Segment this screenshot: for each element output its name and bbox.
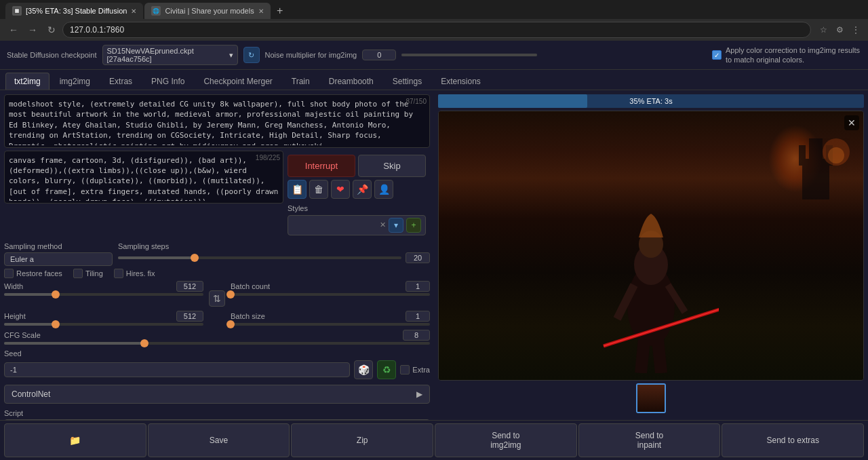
extra-seed-checkbox[interactable]: Extra xyxy=(400,365,430,375)
styles-close-icon[interactable]: ✕ xyxy=(380,221,386,229)
tab-settings[interactable]: Settings xyxy=(384,73,431,90)
sampling-method-select[interactable]: Euler a xyxy=(4,252,113,266)
address-text: 127.0.0.1:7860 xyxy=(70,25,124,35)
noise-label: Noise multiplier for img2img xyxy=(265,51,357,59)
send-to-inpaint-button[interactable]: Send to inpaint xyxy=(578,423,721,457)
tab-stable-diffusion[interactable]: 🔲 [35% ETA: 3s] Stable Diffusion ✕ xyxy=(5,3,143,19)
sampling-method-label: Sampling method xyxy=(4,242,113,250)
send-to-extras-button[interactable]: Send to extras xyxy=(722,423,864,457)
bookmark-button[interactable]: ☆ xyxy=(816,23,830,37)
style-icon-bookmark[interactable]: 📌 xyxy=(353,180,372,199)
width-value[interactable]: 512 xyxy=(176,281,203,292)
left-panel: document.querySelector('[data-name="posi… xyxy=(0,90,434,420)
styles-add-button[interactable]: + xyxy=(406,218,421,233)
browser-tabs: 🔲 [35% ETA: 3s] Stable Diffusion ✕ 🌐 Civ… xyxy=(0,0,868,19)
style-icons-row: 📋 🗑 ❤ 📌 👤 xyxy=(288,180,426,199)
styles-apply-button[interactable]: ▾ xyxy=(389,218,403,233)
negative-prompt-input[interactable] xyxy=(5,151,283,202)
close-image-button[interactable]: ✕ xyxy=(844,115,859,130)
seed-recycle-button[interactable]: ♻ xyxy=(377,360,396,379)
thumbnail-1[interactable] xyxy=(636,383,666,413)
batch-size-value[interactable]: 1 xyxy=(406,311,430,322)
reload-button[interactable]: ↻ xyxy=(43,22,60,38)
seed-dice-button[interactable]: 🎲 xyxy=(354,360,373,379)
checkpoint-select[interactable]: SD15NewVAEpruned.ckpt [27a4ac756c] ▾ xyxy=(102,45,238,65)
cfg-scale-slider[interactable] xyxy=(4,342,430,345)
style-icon-paste[interactable]: 📋 xyxy=(288,180,307,199)
progress-bar-area: 35% ETA: 3s xyxy=(438,94,864,108)
hires-fix-checkbox[interactable]: Hires. fix xyxy=(114,269,155,278)
seed-input[interactable] xyxy=(4,362,350,377)
seed-label: Seed xyxy=(4,349,22,358)
new-tab-button[interactable]: + xyxy=(272,3,288,19)
negative-prompt-container-wrap: 198/225 xyxy=(4,151,283,239)
cfg-fill xyxy=(4,342,144,345)
style-icon-user[interactable]: 👤 xyxy=(374,180,393,199)
batch-count-thumb xyxy=(226,290,235,299)
width-slider[interactable] xyxy=(4,293,203,296)
send-to-img2img-button[interactable]: Send to img2img xyxy=(435,423,577,457)
height-group: Height 512 xyxy=(4,311,203,326)
style-icon-trash[interactable]: 🗑 xyxy=(309,180,328,199)
top-bar: Stable Diffusion checkpoint SD15NewVAEpr… xyxy=(0,41,868,70)
tab-extras[interactable]: Extras xyxy=(100,73,141,90)
height-value[interactable]: 512 xyxy=(176,311,203,322)
sampling-steps-label: Sampling steps xyxy=(118,242,430,250)
skip-button[interactable]: Skip xyxy=(358,155,426,177)
tiling-checkbox[interactable]: Tiling xyxy=(73,269,103,278)
image-display: ✕ xyxy=(438,111,864,381)
batch-count-slider[interactable] xyxy=(231,293,430,296)
tab-close-1[interactable]: ✕ xyxy=(131,7,136,15)
prompt-actions-row: 198/225 Interrupt Skip 📋 🗑 xyxy=(4,151,430,239)
zip-label: Zip xyxy=(357,436,368,445)
tab-png-info[interactable]: PNG Info xyxy=(142,73,193,90)
controlnet-toggle-icon: ▶ xyxy=(416,389,422,399)
cfg-scale-slider-row xyxy=(4,342,430,345)
tab-dreambooth[interactable]: Dreambooth xyxy=(320,73,382,90)
checkpoint-dropdown-icon: ▾ xyxy=(229,51,233,60)
batch-size-slider[interactable] xyxy=(231,323,430,326)
open-folder-button[interactable]: 📁 xyxy=(4,423,146,457)
extensions-menu-button[interactable]: ⚙ xyxy=(833,23,846,37)
zip-button[interactable]: Zip xyxy=(291,423,433,457)
swap-dimensions-button[interactable]: ⇅ xyxy=(209,290,225,307)
tab-checkpoint-merger[interactable]: Checkpoint Merger xyxy=(195,73,281,90)
tab-label-1: [35% ETA: 3s] Stable Diffusion xyxy=(26,7,127,15)
positive-prompt-input[interactable] xyxy=(5,95,429,145)
tab-favicon-1: 🔲 xyxy=(12,6,22,16)
forward-button[interactable]: → xyxy=(24,22,41,38)
address-bar[interactable]: 127.0.0.1:7860 xyxy=(62,22,811,38)
restore-faces-checkbox[interactable]: Restore faces xyxy=(4,269,62,278)
noise-value[interactable]: 0 xyxy=(362,50,396,60)
cfg-scale-value[interactable]: 8 xyxy=(403,330,430,341)
tab-civitai[interactable]: 🌐 Civitai | Share your models ✕ xyxy=(144,3,270,19)
save-button[interactable]: Save xyxy=(148,423,290,457)
tab-close-2[interactable]: ✕ xyxy=(258,7,264,15)
checkpoint-refresh-button[interactable]: ↻ xyxy=(243,47,260,63)
browser-menu-button[interactable]: ⋮ xyxy=(849,23,863,37)
back-button[interactable]: ← xyxy=(5,22,22,38)
interrupt-button[interactable]: Interrupt xyxy=(288,155,355,177)
batch-size-thumb xyxy=(226,320,235,328)
progress-bar-fill xyxy=(438,94,587,108)
style-icon-heart[interactable]: ❤ xyxy=(331,180,350,199)
tab-extensions[interactable]: Extensions xyxy=(432,73,490,90)
styles-dropdown[interactable]: ✕ ▾ + xyxy=(288,215,426,235)
height-slider[interactable] xyxy=(4,323,203,326)
batch-count-value[interactable]: 1 xyxy=(406,281,430,292)
restore-faces-label: Restore faces xyxy=(16,269,62,277)
tab-txt2img[interactable]: txt2img xyxy=(5,73,50,90)
bottom-action-bar: 📁 Save Zip Send to img2img Send to inpai… xyxy=(0,420,868,460)
sampling-steps-value[interactable]: 20 xyxy=(406,252,430,263)
action-buttons: Interrupt Skip xyxy=(288,155,426,177)
seed-row: 🎲 ♻ Extra xyxy=(4,360,430,379)
noise-slider[interactable] xyxy=(401,54,537,56)
batch-count-group: Batch count 1 xyxy=(231,281,430,296)
castle-silhouette xyxy=(782,118,850,199)
sampling-steps-slider[interactable] xyxy=(118,256,401,259)
controlnet-row[interactable]: ControlNet ▶ xyxy=(4,385,430,404)
svg-line-5 xyxy=(641,339,644,373)
color-correction-checkbox[interactable]: ✓ xyxy=(712,50,722,60)
tab-train[interactable]: Train xyxy=(283,73,319,90)
tab-img2img[interactable]: img2img xyxy=(51,73,99,90)
